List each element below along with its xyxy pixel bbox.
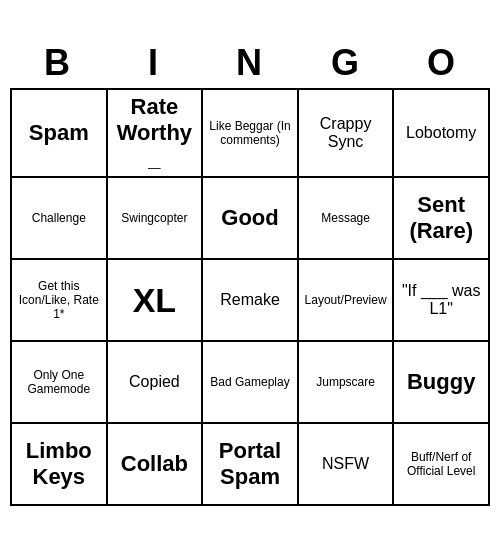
bingo-cell: Bad Gameplay — [203, 342, 299, 424]
cell-text: Crappy Sync — [302, 115, 390, 151]
cell-text: Only One Gamemode — [15, 368, 103, 396]
bingo-cell: Message — [299, 178, 395, 260]
header-letter: I — [106, 38, 202, 88]
bingo-cell: "If ___ was L1" — [394, 260, 490, 342]
bingo-cell: NSFW — [299, 424, 395, 506]
cell-text: Jumpscare — [302, 375, 390, 389]
bingo-cell: Spam — [12, 90, 108, 178]
cell-text: Lobotomy — [397, 124, 485, 142]
bingo-cell: Copied — [108, 342, 204, 424]
cell-text: Sent (Rare) — [397, 192, 485, 244]
bingo-cell: Lobotomy — [394, 90, 490, 178]
cell-text: Buggy — [397, 369, 485, 395]
bingo-cell: Get this Icon/Like, Rate 1* — [12, 260, 108, 342]
bingo-cell: Jumpscare — [299, 342, 395, 424]
cell-text: Copied — [111, 373, 199, 391]
header-letter: O — [394, 38, 490, 88]
bingo-cell: Swingcopter — [108, 178, 204, 260]
cell-text: Bad Gameplay — [206, 375, 294, 389]
bingo-cell: Only One Gamemode — [12, 342, 108, 424]
bingo-grid: SpamRate Worthy _Like Beggar (In comment… — [10, 88, 490, 506]
bingo-header: BINGO — [10, 38, 490, 88]
bingo-cell: Layout/Preview — [299, 260, 395, 342]
bingo-cell: Portal Spam — [203, 424, 299, 506]
cell-text: Collab — [111, 451, 199, 477]
cell-text: XL — [111, 281, 199, 320]
cell-text: Get this Icon/Like, Rate 1* — [15, 279, 103, 321]
cell-text: "If ___ was L1" — [397, 282, 485, 318]
cell-text: Remake — [206, 291, 294, 309]
bingo-cell: Good — [203, 178, 299, 260]
cell-text: Challenge — [15, 211, 103, 225]
header-letter: B — [10, 38, 106, 88]
cell-text: Like Beggar (In comments) — [206, 119, 294, 147]
header-letter: N — [202, 38, 298, 88]
cell-text: Portal Spam — [206, 438, 294, 490]
bingo-cell: Limbo Keys — [12, 424, 108, 506]
header-letter: G — [298, 38, 394, 88]
bingo-cell: Rate Worthy _ — [108, 90, 204, 178]
bingo-cell: Buggy — [394, 342, 490, 424]
bingo-card: BINGO SpamRate Worthy _Like Beggar (In c… — [10, 38, 490, 506]
bingo-cell: Sent (Rare) — [394, 178, 490, 260]
cell-text: Buff/Nerf of Official Level — [397, 450, 485, 478]
cell-text: Spam — [15, 120, 103, 146]
bingo-cell: Collab — [108, 424, 204, 506]
bingo-cell: XL — [108, 260, 204, 342]
cell-text: Layout/Preview — [302, 293, 390, 307]
cell-text: Swingcopter — [111, 211, 199, 225]
cell-text: Good — [206, 205, 294, 231]
bingo-cell: Challenge — [12, 178, 108, 260]
cell-text: Limbo Keys — [15, 438, 103, 490]
bingo-cell: Buff/Nerf of Official Level — [394, 424, 490, 506]
cell-text: Rate Worthy _ — [111, 94, 199, 172]
bingo-cell: Remake — [203, 260, 299, 342]
cell-text: Message — [302, 211, 390, 225]
bingo-cell: Crappy Sync — [299, 90, 395, 178]
bingo-cell: Like Beggar (In comments) — [203, 90, 299, 178]
cell-text: NSFW — [302, 455, 390, 473]
